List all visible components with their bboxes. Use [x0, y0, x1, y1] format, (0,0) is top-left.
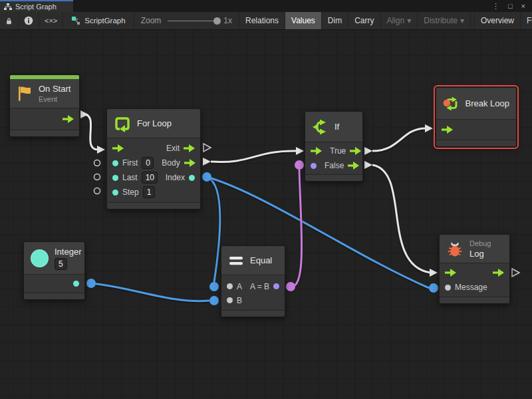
last-value-field[interactable]: 10	[142, 172, 158, 184]
dim-label: Dim	[328, 16, 342, 25]
close-icon[interactable]: ×	[521, 2, 525, 10]
node-debug-log[interactable]: Debug Log Message	[439, 234, 510, 304]
node-title: On Start	[39, 84, 70, 94]
condition-port-dot[interactable]	[311, 163, 317, 169]
flow-in-arrow-icon[interactable]	[112, 144, 124, 152]
window-menu-icon[interactable]: ⋮	[492, 2, 499, 11]
if-header: If	[305, 112, 362, 142]
integer-type-icon	[31, 249, 49, 267]
last-port-dot[interactable]	[112, 175, 118, 181]
flag-icon	[17, 85, 33, 102]
false-port-label: False	[325, 161, 344, 170]
node-title: Log	[469, 249, 491, 259]
info-icon	[24, 16, 33, 25]
graph-name: ScriptGraph	[84, 17, 125, 25]
graph-canvas[interactable]	[0, 30, 532, 399]
port-row-a-result: A A = B	[221, 279, 285, 293]
result-port-dot[interactable]	[273, 283, 279, 289]
debug-log-header: Debug Log	[440, 235, 509, 263]
b-port-dot[interactable]	[227, 297, 233, 303]
false-out-arrow-icon[interactable]	[348, 162, 359, 170]
node-footer	[221, 310, 285, 317]
body-out-arrow-icon[interactable]	[184, 159, 196, 167]
break-loop-header: Break Loop	[436, 88, 516, 120]
port-row-b: B	[221, 293, 285, 307]
exit-out-arrow-icon[interactable]	[184, 144, 195, 152]
true-port-label: True	[330, 146, 346, 156]
node-footer	[305, 174, 362, 181]
node-category: Debug	[469, 239, 491, 247]
port-row-false: False	[305, 158, 362, 173]
maximize-icon[interactable]: □	[508, 2, 513, 10]
first-port-dot[interactable]	[112, 160, 118, 166]
align-label: Align	[387, 16, 405, 25]
node-title: For Loop	[137, 118, 172, 128]
info-button[interactable]	[19, 12, 39, 29]
step-port-dot[interactable]	[112, 190, 118, 196]
port-row-out	[24, 275, 84, 293]
equal-header: Equal	[221, 246, 285, 275]
tab-script-graph[interactable]: Script Graph	[0, 0, 73, 12]
distribute-label: Distribute	[424, 16, 458, 25]
node-equal[interactable]: Equal A A = B B	[221, 245, 285, 317]
a-port-dot[interactable]	[227, 283, 233, 289]
zoom-slider[interactable]	[168, 21, 219, 21]
index-port-label: Index	[166, 173, 185, 182]
port-row-true: True	[305, 144, 362, 158]
step-value-field[interactable]: 1	[143, 186, 156, 198]
lock-icon	[5, 17, 13, 25]
flow-out-arrow-icon[interactable]	[493, 269, 504, 277]
chevron-down-icon: ▾	[407, 16, 411, 25]
align-button[interactable]: Align ▾	[381, 12, 418, 29]
for-loop-icon	[114, 115, 131, 132]
port-row-message: Message	[440, 280, 509, 295]
node-subtitle: Event	[39, 95, 70, 103]
graph-breadcrumb[interactable]: ScriptGraph	[63, 12, 134, 29]
relations-label: Relations	[245, 16, 279, 25]
first-port-label: First	[122, 158, 138, 168]
true-out-arrow-icon[interactable]	[350, 147, 361, 155]
node-on-start[interactable]: On Start Event	[9, 74, 80, 137]
carry-button[interactable]: Carry	[348, 12, 380, 29]
b-port-label: B	[237, 296, 242, 305]
port-row	[10, 110, 79, 128]
distribute-button[interactable]: Distribute ▾	[418, 12, 471, 29]
first-value-field[interactable]: 0	[142, 157, 154, 169]
port-row-flow-exit: Exit	[107, 141, 200, 156]
script-graph-icon	[71, 17, 80, 25]
code-view-button[interactable]: <×>	[39, 12, 63, 29]
node-footer	[24, 293, 84, 299]
flow-in-arrow-icon[interactable]	[311, 147, 322, 155]
node-break-loop[interactable]: Break Loop	[436, 87, 517, 147]
node-integer[interactable]: Integer 5	[23, 241, 85, 300]
index-port-dot[interactable]	[189, 175, 195, 181]
node-footer	[10, 130, 79, 136]
zoom-value: 1x	[223, 16, 232, 25]
bug-icon	[446, 240, 464, 257]
last-port-label: Last	[122, 173, 138, 182]
a-port-label: A	[237, 282, 242, 291]
overview-button[interactable]: Overview	[475, 12, 521, 29]
flow-in-arrow-icon[interactable]	[445, 269, 456, 277]
toolbar: <×> ScriptGraph Zoom 1x Relations Values…	[0, 12, 532, 30]
step-port-label: Step	[122, 188, 139, 197]
node-footer	[440, 297, 509, 303]
message-port-dot[interactable]	[445, 285, 451, 291]
flow-in-arrow-icon[interactable]	[442, 126, 453, 134]
integer-out-dot[interactable]	[73, 281, 79, 287]
node-if[interactable]: If True False	[305, 111, 363, 182]
values-button[interactable]: Values	[285, 12, 322, 29]
zoom-slider-handle[interactable]	[213, 17, 221, 25]
fullscreen-button[interactable]: Full Screen	[521, 12, 532, 29]
relations-button[interactable]: Relations	[239, 12, 285, 29]
message-port-label: Message	[455, 283, 487, 292]
flow-out-arrow-icon[interactable]	[63, 115, 74, 123]
node-for-loop[interactable]: For Loop Exit First 0 Body	[106, 108, 201, 209]
if-branch-icon	[312, 118, 329, 136]
integer-value-field[interactable]: 5	[55, 258, 67, 270]
dim-button[interactable]: Dim	[322, 12, 348, 29]
graph-tab-icon	[4, 3, 12, 11]
lock-button[interactable]	[0, 12, 19, 29]
equals-icon	[228, 254, 244, 267]
port-row-step: Step 1	[107, 185, 200, 200]
